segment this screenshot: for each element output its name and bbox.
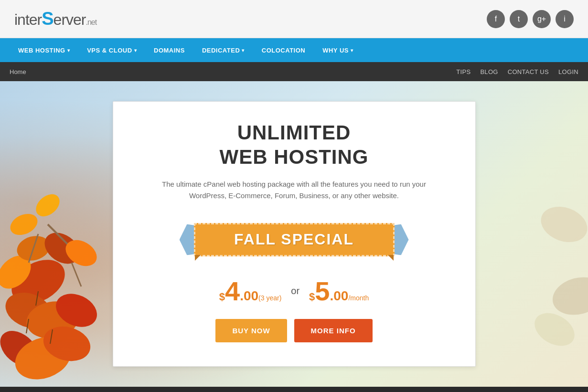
logo-erver: erver [53, 11, 86, 28]
logo-text: interServer.net [14, 9, 96, 29]
price-area: $ 4 .00 (3 year) or $ 5 .00 /month [142, 278, 447, 305]
contact-us-link[interactable]: CONTACT US [508, 68, 549, 75]
card-title: UNLIMITED WEB HOSTING [142, 121, 447, 169]
hero-section: UNLIMITED WEB HOSTING The ultimate cPane… [0, 81, 588, 387]
tips-link[interactable]: TIPS [456, 68, 470, 75]
nav-domains[interactable]: DOMAINS [145, 38, 193, 62]
header: interServer.net f t g+ i [0, 0, 588, 38]
facebook-icon[interactable]: f [487, 10, 505, 28]
price-or: or [291, 286, 299, 297]
chevron-down-icon: ▾ [242, 48, 245, 53]
fall-special-banner: FALL SPECIAL [175, 216, 414, 264]
nav-vps-cloud[interactable]: VPS & CLOUD ▾ [78, 38, 145, 62]
breadcrumb-bar: Home TIPS BLOG CONTACT US LOGIN [0, 62, 588, 81]
price-period-1: (3 year) [258, 294, 281, 302]
blog-link[interactable]: BLOG [480, 68, 498, 75]
main-nav: WEB HOSTING ▾ VPS & CLOUD ▾ DOMAINS DEDI… [0, 38, 588, 62]
card-subtitle: The ultimate cPanel web hosting package … [151, 179, 438, 201]
price-cents-1: .00 [240, 288, 258, 304]
chevron-down-icon: ▾ [67, 48, 70, 53]
currency-2: $ [309, 292, 315, 302]
nav-web-hosting[interactable]: WEB HOSTING ▾ [10, 38, 78, 62]
currency-1: $ [219, 292, 225, 302]
instagram-icon[interactable]: i [556, 10, 574, 28]
price-3year: $ 4 .00 (3 year) [219, 278, 282, 305]
twitter-icon[interactable]: t [510, 10, 528, 28]
social-icons: f t g+ i [487, 10, 574, 28]
price-num-2: 5 [315, 278, 330, 305]
logo-inter: inter [14, 11, 42, 28]
breadcrumb-home[interactable]: Home [10, 68, 26, 75]
google-icon[interactable]: g+ [533, 10, 551, 28]
footer-features-bar: ✔ Unlimited Domains ✔ Easy to Use Contro… [0, 387, 588, 392]
price-cents-2: .00 [330, 288, 349, 304]
price-period-2: /month [348, 294, 369, 302]
breadcrumb-right: TIPS BLOG CONTACT US LOGIN [456, 68, 578, 75]
more-info-button[interactable]: MORE INFO [294, 319, 373, 342]
nav-dedicated[interactable]: DEDICATED ▾ [193, 38, 253, 62]
logo-S: S [42, 9, 53, 29]
price-num-1: 4 [225, 278, 240, 305]
logo-net: .net [86, 18, 97, 26]
breadcrumb: Home [10, 67, 26, 76]
nav-colocation[interactable]: COLOCATION [253, 38, 314, 62]
price-monthly: $ 5 .00 /month [309, 278, 369, 305]
banner-main: FALL SPECIAL [194, 223, 395, 256]
login-link[interactable]: LOGIN [558, 68, 578, 75]
banner-text: FALL SPECIAL [234, 231, 354, 248]
buy-now-button[interactable]: BUY NOW [215, 319, 287, 342]
action-buttons: BUY NOW MORE INFO [142, 319, 447, 342]
nav-why-us[interactable]: WHY US ▾ [314, 38, 362, 62]
pricing-card: UNLIMITED WEB HOSTING The ultimate cPane… [113, 101, 476, 367]
chevron-down-icon: ▾ [134, 48, 137, 53]
chevron-down-icon: ▾ [351, 48, 353, 53]
logo: interServer.net [14, 9, 96, 29]
